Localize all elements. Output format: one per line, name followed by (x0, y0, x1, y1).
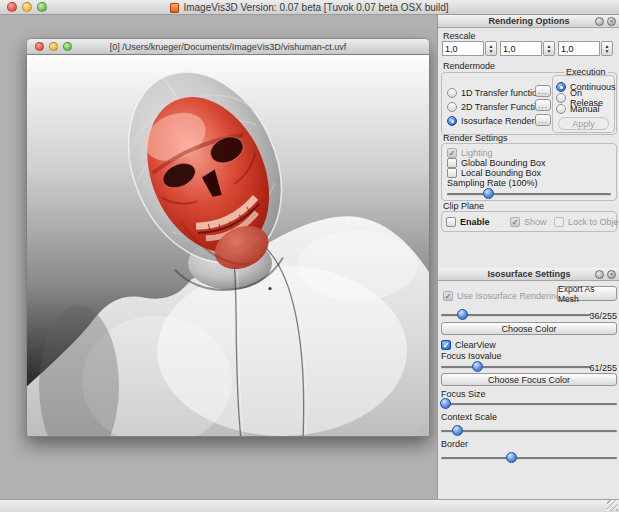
dock-float-button[interactable] (595, 17, 604, 26)
execution-groupbox: Continuous On Release Manual Apply (552, 75, 615, 133)
isosurface-settings-header[interactable]: Isosurface Settings × (438, 268, 619, 281)
border-label: Border (441, 439, 468, 449)
edit-iso-button[interactable]: ... (535, 114, 551, 126)
choose-focus-color-button[interactable]: Choose Focus Color (441, 373, 617, 386)
clearview-checkbox[interactable]: ✓ (441, 340, 451, 350)
rescale-z-stepper[interactable]: ▲▼ (601, 41, 613, 56)
zoom-window-button[interactable] (37, 2, 47, 12)
viewer-minimize-button[interactable] (49, 42, 58, 51)
status-bar (0, 499, 619, 512)
isosurface-settings-panel: Isosurface Settings × ✓ Use Isosurface R… (438, 268, 619, 499)
render-artifact-dot (268, 287, 271, 290)
radio-icon-selected (556, 82, 566, 92)
imagevis3d-window: ImageVis3D Version: 0.07 beta [Tuvok 0.0… (0, 0, 619, 512)
clip-show-checkbox[interactable]: ✓ (510, 217, 520, 227)
slider-thumb[interactable] (440, 398, 451, 409)
radio-manual[interactable]: Manual (556, 103, 600, 114)
slider-thumb[interactable] (452, 425, 463, 436)
context-scale-label: Context Scale (441, 412, 497, 422)
rescale-y-input[interactable] (500, 41, 542, 56)
viewer-window: [0] /Users/krueger/Documents/ImageVis3D/… (26, 38, 430, 437)
render-settings-label: Render Settings (443, 133, 508, 143)
dock-close-button[interactable]: × (607, 270, 616, 279)
slider-groove (441, 366, 591, 368)
clip-plane-label: Clip Plane (443, 201, 484, 211)
viewer-window-controls (35, 42, 72, 51)
radio-icon-selected (447, 116, 457, 126)
radio-on-release[interactable]: On Release (556, 92, 614, 103)
rendermode-groupbox: 1D Transfer function 2D Transfer Functio… (441, 72, 617, 135)
radio-label: Manual (570, 104, 600, 114)
edit-1d-tf-button[interactable]: ... (535, 85, 551, 97)
apply-button[interactable]: Apply (558, 117, 609, 130)
render-settings-groupbox: ✓ Lighting Global Bounding Box Local Bou… (441, 143, 617, 201)
radio-2d-transfer[interactable]: 2D Transfer Function (447, 101, 545, 112)
lighting-checkbox[interactable]: ✓ (447, 148, 457, 158)
sampling-rate-label: Sampling Rate (100%) (447, 178, 538, 188)
clip-enable-checkbox[interactable] (446, 217, 456, 227)
slider-thumb[interactable] (483, 188, 494, 199)
panel-title: Isosurface Settings (487, 269, 570, 279)
sampling-rate-slider[interactable] (447, 188, 611, 200)
dock-close-button[interactable]: × (607, 17, 616, 26)
volume-render-image (27, 55, 429, 436)
rescale-x-stepper[interactable]: ▲▼ (485, 41, 497, 56)
radio-label: Isosurface Rendering (461, 116, 547, 126)
context-scale-slider[interactable] (441, 425, 617, 437)
choose-color-button[interactable]: Choose Color (441, 322, 617, 335)
document-icon (170, 3, 179, 13)
slider-thumb[interactable] (457, 309, 468, 320)
close-window-button[interactable] (7, 2, 17, 12)
clip-lock-checkbox[interactable] (554, 217, 564, 227)
clip-show-label: Show (524, 217, 547, 227)
rendering-options-panel: Rendering Options × Rescale ▲▼ ▲▼ ▲▼ Ren… (438, 15, 619, 268)
isovalue-readout: 36/255 (589, 311, 617, 321)
rescale-z-spinbox: ▲▼ (558, 41, 613, 56)
focus-size-slider[interactable] (441, 398, 617, 410)
clearview-row[interactable]: ✓ ClearView (441, 339, 496, 350)
viewer-zoom-button[interactable] (63, 42, 72, 51)
viewer-close-button[interactable] (35, 42, 44, 51)
rescale-z-input[interactable] (558, 41, 600, 56)
slider-thumb[interactable] (472, 361, 483, 372)
dock-float-button[interactable] (595, 270, 604, 279)
border-slider[interactable] (441, 452, 617, 464)
slider-groove (441, 457, 617, 459)
radio-icon (447, 102, 457, 112)
use-isosurface-checkbox[interactable]: ✓ (443, 291, 453, 301)
focus-isovalue-label: Focus Isovalue (441, 351, 502, 361)
radio-isosurface[interactable]: Isosurface Rendering (447, 115, 547, 126)
rescale-y-stepper[interactable]: ▲▼ (543, 41, 555, 56)
clip-lock-row[interactable]: Lock to Object (554, 216, 619, 227)
mdi-area: [0] /Users/krueger/Documents/ImageVis3D/… (0, 15, 437, 499)
rescale-x-input[interactable] (442, 41, 484, 56)
global-bb-checkbox[interactable] (447, 158, 457, 168)
lighting-label: Lighting (461, 148, 493, 158)
window-resize-grip[interactable] (607, 500, 618, 511)
rescale-label: Rescale (443, 31, 476, 41)
rendering-options-header[interactable]: Rendering Options × (438, 15, 619, 28)
radio-icon (556, 104, 566, 114)
local-bb-checkbox[interactable] (447, 168, 457, 178)
clip-plane-groupbox: Enable ✓ Show Lock to Object (441, 211, 617, 232)
clip-show-row[interactable]: ✓ Show (510, 216, 547, 227)
slider-thumb[interactable] (506, 452, 517, 463)
render-viewport[interactable] (26, 55, 430, 437)
clip-enable-row[interactable]: Enable (446, 216, 490, 227)
minimize-window-button[interactable] (22, 2, 32, 12)
export-as-mesh-button[interactable]: Export As Mesh (557, 286, 617, 301)
app-titlebar: ImageVis3D Version: 0.07 beta [Tuvok 0.0… (0, 0, 619, 15)
local-bb-checkbox-row[interactable]: Local Bounding Box (447, 167, 541, 178)
radio-label: 2D Transfer Function (461, 102, 545, 112)
rescale-y-spinbox: ▲▼ (500, 41, 555, 56)
local-bb-label: Local Bounding Box (461, 168, 541, 178)
edit-2d-tf-button[interactable]: ... (535, 99, 551, 111)
viewer-titlebar[interactable]: [0] /Users/krueger/Documents/ImageVis3D/… (26, 38, 430, 55)
radio-1d-transfer[interactable]: 1D Transfer function (447, 87, 542, 98)
panel-title: Rendering Options (489, 16, 570, 26)
focus-isovalue-slider[interactable] (441, 361, 591, 373)
dock-area: Rendering Options × Rescale ▲▼ ▲▼ ▲▼ Ren… (437, 15, 619, 499)
slider-groove (447, 193, 611, 195)
use-isosurface-row[interactable]: ✓ Use Isosurface Rendering (443, 290, 561, 301)
isovalue-slider[interactable] (441, 309, 591, 321)
